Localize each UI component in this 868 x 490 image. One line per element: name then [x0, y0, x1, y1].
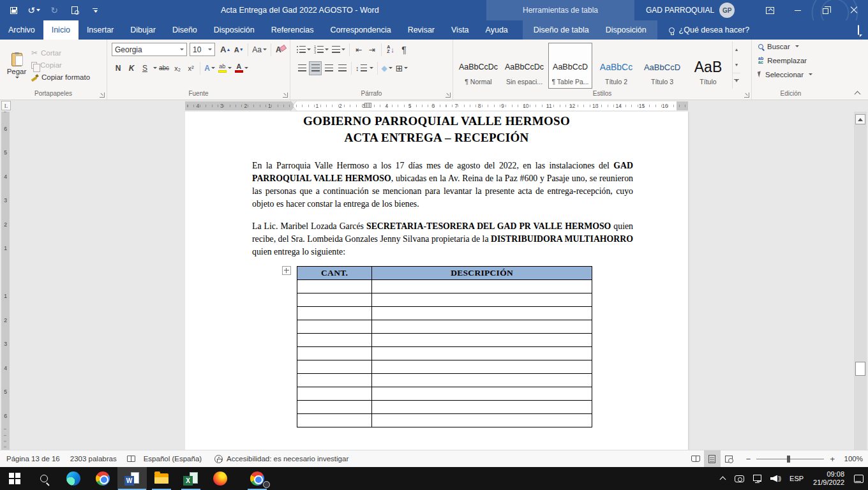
- table-cell-descripcion[interactable]: [372, 307, 592, 320]
- customize-qat-button[interactable]: [87, 2, 103, 19]
- document-heading-line2[interactable]: ACTA ENTREGA – RECEPCIÓN: [185, 130, 688, 146]
- table-cell-descripcion[interactable]: [372, 360, 592, 374]
- styles-scroll-up-button[interactable]: ▲: [733, 41, 740, 57]
- table-cell-cant[interactable]: [297, 374, 372, 387]
- ribbon-tab[interactable]: Ayuda: [477, 20, 516, 40]
- subscript-button[interactable]: x₂: [171, 61, 184, 75]
- borders-button[interactable]: ⊞: [394, 61, 410, 75]
- clear-formatting-button[interactable]: A: [274, 43, 287, 57]
- document-page[interactable]: GOBIERNO PARROQUIAL VALLE HERMOSO ACTA E…: [185, 112, 688, 450]
- taskbar-edge-button[interactable]: [59, 467, 88, 490]
- redo-button[interactable]: ↻: [46, 2, 63, 19]
- shrink-font-button[interactable]: A▼: [232, 43, 245, 57]
- style-card[interactable]: AaBbCcD ¶ Table Pa...: [548, 43, 592, 89]
- paste-button[interactable]: Pegar: [3, 41, 30, 89]
- bold-button[interactable]: N: [112, 61, 124, 75]
- grow-font-button[interactable]: A▲: [219, 43, 232, 57]
- cut-button[interactable]: ✂Cortar: [31, 48, 90, 58]
- shading-button[interactable]: ◆: [380, 61, 394, 75]
- minimize-button[interactable]: [784, 0, 812, 20]
- bullets-button[interactable]: [296, 43, 312, 57]
- format-painter-button[interactable]: Copiar formato: [31, 72, 90, 82]
- style-card[interactable]: AaBbCc Título 2: [594, 43, 638, 89]
- table-cell-cant[interactable]: [297, 293, 372, 307]
- line-spacing-button[interactable]: ↕: [354, 61, 375, 75]
- account-area[interactable]: GAD PARROQUIAL GP: [646, 0, 735, 20]
- close-button[interactable]: [840, 0, 868, 20]
- start-button[interactable]: [0, 467, 29, 490]
- replace-button[interactable]: abacReemplazar: [758, 54, 827, 66]
- tray-action-center-button[interactable]: [849, 467, 868, 490]
- table-cell-descripcion[interactable]: [372, 280, 592, 293]
- tray-show-hidden-button[interactable]: [716, 467, 730, 490]
- align-center-button[interactable]: [309, 61, 322, 75]
- font-size-combo[interactable]: 10: [190, 43, 215, 56]
- highlight-button[interactable]: ab: [217, 61, 233, 75]
- table-cell-cant[interactable]: [297, 387, 372, 401]
- taskbar-search-button[interactable]: [29, 467, 59, 490]
- ribbon-tab[interactable]: Correspondencia: [322, 20, 399, 40]
- table-cell-cant[interactable]: [297, 414, 372, 427]
- ribbon-tab[interactable]: Disposición: [206, 20, 263, 40]
- contextual-tab[interactable]: Disposición: [597, 20, 655, 40]
- dialog-launcher-icon[interactable]: [100, 93, 105, 98]
- table-cell-cant[interactable]: [297, 320, 372, 334]
- undo-button[interactable]: ↺: [26, 2, 42, 19]
- table-cell-descripcion[interactable]: [372, 401, 592, 414]
- ribbon-tab[interactable]: Inicio: [43, 20, 79, 40]
- document-heading[interactable]: GOBIERNO PARROQUIAL VALLE HERMOSO ACTA E…: [185, 112, 688, 146]
- table-cell-descripcion[interactable]: [372, 347, 592, 360]
- ribbon-display-options-button[interactable]: [756, 0, 784, 20]
- numbering-button[interactable]: 123: [313, 43, 330, 57]
- font-color-button[interactable]: A: [234, 61, 250, 75]
- contextual-tab[interactable]: Diseño de tabla: [525, 20, 597, 40]
- taskbar-chrome-profile-button[interactable]: [243, 467, 272, 490]
- table-cell-descripcion[interactable]: [372, 387, 592, 401]
- align-left-button[interactable]: [296, 61, 308, 75]
- show-marks-button[interactable]: ¶: [398, 43, 410, 57]
- ribbon-tab[interactable]: Diseño: [164, 20, 206, 40]
- document-heading-line1[interactable]: GOBIERNO PARROQUIAL VALLE HERMOSO: [185, 113, 688, 130]
- style-card[interactable]: AaBbCcDc Sin espaci...: [502, 43, 546, 89]
- zoom-slider[interactable]: [756, 459, 824, 459]
- dialog-launcher-icon[interactable]: [445, 93, 451, 98]
- document-paragraph[interactable]: En la Parroquia Valle Hermoso a los 17 d…: [252, 160, 633, 211]
- justify-button[interactable]: [336, 61, 348, 75]
- style-card[interactable]: AaB Título: [686, 43, 730, 89]
- text-effects-button[interactable]: A: [203, 61, 216, 75]
- dialog-launcher-icon[interactable]: [744, 93, 749, 98]
- ribbon-tab[interactable]: Dibujar: [122, 20, 164, 40]
- font-family-combo[interactable]: Georgia: [112, 43, 187, 56]
- tray-volume-button[interactable]: )): [766, 467, 785, 490]
- zoom-in-button[interactable]: +: [830, 454, 835, 464]
- zoom-out-button[interactable]: −: [746, 454, 751, 464]
- text-run[interactable]: quien entrega lo siguiente:: [252, 247, 345, 256]
- tell-me-box[interactable]: ¿Qué desea hacer?: [669, 20, 750, 40]
- chevron-down-icon[interactable]: [153, 67, 157, 69]
- comments-button[interactable]: [858, 26, 859, 34]
- web-layout-button[interactable]: [721, 450, 737, 467]
- language-indicator[interactable]: Español (España): [144, 455, 202, 463]
- document-paragraph[interactable]: La Lic. Maribel Lozada Garcés SECRETARIA…: [252, 220, 633, 258]
- taskbar-word-button[interactable]: W: [117, 467, 147, 490]
- table-cell-cant[interactable]: [297, 347, 372, 360]
- save-button[interactable]: [5, 2, 22, 19]
- ribbon-tab[interactable]: Referencias: [263, 20, 322, 40]
- tray-meet-now-button[interactable]: [730, 467, 749, 490]
- table-move-handle[interactable]: [282, 266, 291, 275]
- table-cell-cant[interactable]: [297, 401, 372, 414]
- table-header-cell[interactable]: CANT.: [297, 267, 372, 280]
- tray-clock[interactable]: 09:08 21/9/2022: [808, 470, 849, 487]
- horizontal-ruler[interactable]: 4321 12345678910111213141516: [185, 101, 688, 110]
- accessibility-status[interactable]: Accesibilidad: es necesario investigar: [227, 455, 348, 463]
- indent-markers[interactable]: [290, 100, 297, 112]
- multilevel-list-button[interactable]: [331, 43, 347, 57]
- style-card[interactable]: AaBbCcDc ¶ Normal: [456, 43, 500, 89]
- restore-button[interactable]: [812, 0, 840, 20]
- copy-button[interactable]: Copiar: [31, 60, 90, 70]
- document-table[interactable]: CANT.DESCRIPCIÓN: [297, 266, 592, 427]
- taskbar-chrome-button[interactable]: [88, 467, 117, 490]
- table-header-cell[interactable]: DESCRIPCIÓN: [372, 267, 592, 280]
- text-run[interactable]: SECRETARIA-TESORERA DEL GAD PR VALLE HER…: [366, 221, 611, 231]
- tray-language-indicator[interactable]: ESP: [785, 467, 808, 490]
